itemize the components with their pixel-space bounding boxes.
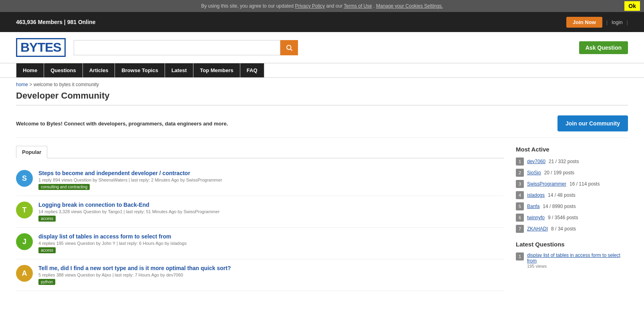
post-tag[interactable]: consulting and contracting [38, 184, 90, 190]
search-container [74, 40, 298, 55]
breadcrumb-separator: > [28, 82, 34, 87]
member-name[interactable]: SioSio [527, 170, 541, 176]
post-item: T Logging break in connection to Back-En… [16, 196, 504, 228]
most-active-section: Most Active 1 dev7060 21 / 332 posts 2 S… [516, 146, 628, 233]
search-button[interactable] [280, 40, 298, 55]
rank-badge: 5 [516, 202, 524, 210]
avatar: S [16, 170, 33, 187]
svg-line-1 [290, 49, 292, 50]
post-tag[interactable]: access [38, 247, 56, 253]
post-meta: 1 reply 894 views Question by SheenaWate… [38, 178, 504, 182]
search-input[interactable] [74, 40, 280, 55]
breadcrumb-home[interactable]: home [16, 82, 28, 87]
content-area: Popular S Steps to become and independen… [16, 146, 628, 291]
rank-badge: 3 [516, 180, 524, 188]
post-content: Logging break in connection to Back-End … [38, 202, 504, 222]
member-name[interactable]: isladogs [527, 192, 545, 198]
latest-q-content: display list of tables in access form to… [527, 252, 628, 268]
members-count: 463,936 Members | 981 Online [16, 19, 95, 25]
nav-item-home[interactable]: Home [16, 63, 44, 77]
most-active-item: 3 SwissProgrammer 16 / 114 posts [516, 180, 628, 188]
rank-badge: 6 [516, 214, 524, 222]
post-item: A Tell me, did I find a new sort type an… [16, 259, 504, 291]
main-content: home > welcome to bytes it community Dev… [0, 78, 644, 295]
divider: | [606, 19, 608, 25]
avatar: J [16, 233, 33, 250]
rank-badge: 7 [516, 225, 524, 233]
post-title[interactable]: Tell me, did I find a new sort type and … [38, 265, 231, 271]
most-active-item: 7 ZKAHADI 8 / 34 posts [516, 225, 628, 233]
latest-q-title[interactable]: display list of tables in access form to… [527, 252, 620, 264]
tab-bar: Popular [16, 146, 504, 158]
post-title[interactable]: display list of tables in access form to… [38, 233, 171, 240]
latest-q-views: 195 views [527, 264, 628, 268]
rank-badge: 2 [516, 169, 524, 177]
top-bar: 463,936 Members | 981 Online Join Now | … [0, 12, 644, 32]
post-content: display list of tables in access form to… [38, 233, 504, 253]
post-tag[interactable]: access [38, 216, 56, 222]
main-column: Popular S Steps to become and independen… [16, 146, 504, 291]
latest-questions-section: Latest Questions 1 display list of table… [516, 241, 628, 268]
post-title[interactable]: Logging break in connection to Back-End [38, 202, 149, 208]
nav-item-top-members[interactable]: Top Members [193, 63, 240, 77]
post-title[interactable]: Steps to become and independent develope… [38, 170, 190, 176]
latest-question-item: 1 display list of tables in access form … [516, 252, 628, 268]
latest-questions-title: Latest Questions [516, 241, 628, 248]
most-active-item: 2 SioSio 20 / 199 posts [516, 169, 628, 177]
ask-question-button[interactable]: Ask Question [579, 41, 628, 54]
latest-q-rank: 1 [516, 252, 524, 260]
post-tag[interactable]: python [38, 279, 55, 285]
most-active-item: 6 twinnyfo 9 / 3546 posts [516, 214, 628, 222]
member-stats: 16 / 114 posts [570, 181, 600, 187]
member-stats: 9 / 3546 posts [548, 215, 578, 220]
member-stats: 14 / 48 posts [548, 192, 576, 198]
post-content: Tell me, did I find a new sort type and … [38, 265, 504, 285]
divider2: | [627, 19, 628, 25]
nav-item-browse-topics[interactable]: Browse Topics [115, 63, 165, 77]
terms-link[interactable]: Terms of Use [344, 3, 372, 9]
latest-questions-list: 1 display list of tables in access form … [516, 252, 628, 268]
privacy-policy-link[interactable]: Privacy Policy [295, 3, 325, 9]
member-name[interactable]: twinnyfo [527, 215, 545, 220]
post-content: Steps to become and independent develope… [38, 170, 504, 190]
member-stats: 8 / 34 posts [551, 226, 576, 232]
post-list: S Steps to become and independent develo… [16, 164, 504, 291]
post-item: J display list of tables in access form … [16, 228, 504, 259]
nav-item-latest[interactable]: Latest [165, 63, 193, 77]
join-community-button[interactable]: Join our Community [557, 115, 628, 131]
nav-item-articles[interactable]: Articles [83, 63, 115, 77]
svg-point-0 [287, 45, 291, 50]
member-stats: 21 / 332 posts [549, 159, 579, 164]
most-active-item: 1 dev7060 21 / 332 posts [516, 157, 628, 166]
login-link[interactable]: login [612, 19, 622, 25]
rank-badge: 1 [516, 157, 524, 166]
most-active-list: 1 dev7060 21 / 332 posts 2 SioSio 20 / 1… [516, 157, 628, 233]
cookie-text-after: . [373, 3, 376, 9]
member-name[interactable]: SwissProgrammer [527, 181, 566, 187]
cookie-text-before: By using this site, you agree to our upd… [201, 3, 295, 9]
member-stats: 20 / 199 posts [544, 170, 574, 176]
member-name[interactable]: Banfa [527, 204, 539, 209]
breadcrumb-current: welcome to bytes it community [34, 82, 99, 87]
member-name[interactable]: ZKAHADI [527, 226, 548, 232]
manage-cookies-link[interactable]: Manage your Cookies Settings. [376, 3, 443, 9]
search-icon [286, 44, 293, 51]
cookie-banner: By using this site, you agree to our upd… [0, 0, 644, 12]
tab-popular[interactable]: Popular [16, 146, 47, 158]
post-meta: 14 replies 3,328 views Question by Tango… [38, 209, 504, 214]
most-active-item: 5 Banfa 14 / 8990 posts [516, 202, 628, 210]
community-welcome: Welcome to Bytes! Connect with developer… [16, 109, 628, 138]
cookie-ok-button[interactable]: Ok [624, 1, 640, 11]
nav-bar: HomeQuestionsArticlesBrowse TopicsLatest… [0, 63, 644, 78]
member-name[interactable]: dev7060 [527, 159, 545, 164]
join-now-button[interactable]: Join Now [566, 17, 602, 28]
nav-item-faq[interactable]: FAQ [240, 63, 264, 77]
welcome-text: Welcome to Bytes! Connect with developer… [16, 121, 228, 127]
site-logo[interactable]: BYTES [16, 38, 66, 57]
avatar: T [16, 202, 33, 218]
member-stats: 14 / 8990 posts [543, 204, 576, 209]
post-meta: 5 replies 388 views Question by Aijxo | … [38, 273, 504, 277]
sidebar: Most Active 1 dev7060 21 / 332 posts 2 S… [516, 146, 628, 291]
most-active-title: Most Active [516, 146, 628, 153]
nav-item-questions[interactable]: Questions [44, 63, 83, 77]
